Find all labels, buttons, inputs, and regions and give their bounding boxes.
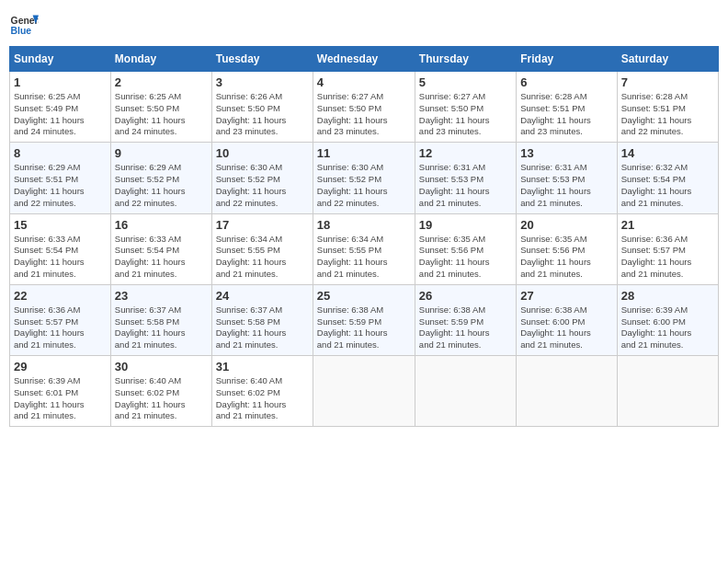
day-info: Sunrise: 6:39 AMSunset: 6:01 PMDaylight:… <box>14 375 107 422</box>
day-number: 2 <box>115 75 208 89</box>
day-number: 13 <box>520 146 612 160</box>
day-number: 14 <box>621 146 714 160</box>
day-info: Sunrise: 6:33 AMSunset: 5:54 PMDaylight:… <box>14 234 107 281</box>
day-number: 21 <box>621 218 714 232</box>
calendar-table: Sunday Monday Tuesday Wednesday Thursday… <box>9 46 719 427</box>
day-number: 11 <box>317 146 411 160</box>
day-info: Sunrise: 6:29 AMSunset: 5:51 PMDaylight:… <box>14 162 107 209</box>
day-number: 20 <box>520 218 612 232</box>
table-row: 24 Sunrise: 6:37 AMSunset: 5:58 PMDaylig… <box>211 284 313 355</box>
table-row: 10 Sunrise: 6:30 AMSunset: 5:52 PMDaylig… <box>211 143 313 213</box>
day-number: 12 <box>419 146 512 160</box>
table-row: 9 Sunrise: 6:29 AMSunset: 5:52 PMDayligh… <box>110 143 211 213</box>
day-info: Sunrise: 6:35 AMSunset: 5:56 PMDaylight:… <box>419 234 512 281</box>
table-row: 8 Sunrise: 6:29 AMSunset: 5:51 PMDayligh… <box>10 143 111 213</box>
table-row: 15 Sunrise: 6:33 AMSunset: 5:54 PMDaylig… <box>10 213 111 284</box>
day-info: Sunrise: 6:30 AMSunset: 5:52 PMDaylight:… <box>317 162 411 209</box>
day-info: Sunrise: 6:36 AMSunset: 5:57 PMDaylight:… <box>621 234 714 281</box>
table-row: 1 Sunrise: 6:25 AMSunset: 5:49 PMDayligh… <box>10 72 111 143</box>
day-info: Sunrise: 6:37 AMSunset: 5:58 PMDaylight:… <box>216 304 309 351</box>
table-row: 22 Sunrise: 6:36 AMSunset: 5:57 PMDaylig… <box>10 284 111 355</box>
day-number: 3 <box>216 75 309 89</box>
table-row: 25 Sunrise: 6:38 AMSunset: 5:59 PMDaylig… <box>313 284 415 355</box>
day-number: 8 <box>14 146 107 160</box>
table-row <box>313 356 415 427</box>
day-number: 26 <box>419 289 512 303</box>
table-row: 29 Sunrise: 6:39 AMSunset: 6:01 PMDaylig… <box>10 356 111 427</box>
day-number: 1 <box>14 75 107 89</box>
table-row: 16 Sunrise: 6:33 AMSunset: 5:54 PMDaylig… <box>110 213 211 284</box>
header-tuesday: Tuesday <box>211 47 313 72</box>
table-row <box>517 356 617 427</box>
table-row: 26 Sunrise: 6:38 AMSunset: 5:59 PMDaylig… <box>415 284 516 355</box>
day-number: 16 <box>115 218 208 232</box>
table-row: 14 Sunrise: 6:32 AMSunset: 5:54 PMDaylig… <box>617 143 718 213</box>
table-row: 7 Sunrise: 6:28 AMSunset: 5:51 PMDayligh… <box>617 72 718 143</box>
day-number: 5 <box>419 75 512 89</box>
day-number: 31 <box>216 360 309 373</box>
day-number: 25 <box>317 289 411 303</box>
day-info: Sunrise: 6:34 AMSunset: 5:55 PMDaylight:… <box>216 234 309 281</box>
table-row <box>415 356 516 427</box>
day-info: Sunrise: 6:38 AMSunset: 5:59 PMDaylight:… <box>419 304 512 351</box>
table-row: 28 Sunrise: 6:39 AMSunset: 6:00 PMDaylig… <box>617 284 718 355</box>
day-number: 18 <box>317 218 411 232</box>
page-header: General Blue <box>9 9 719 39</box>
day-info: Sunrise: 6:29 AMSunset: 5:52 PMDaylight:… <box>115 162 208 209</box>
day-info: Sunrise: 6:32 AMSunset: 5:54 PMDaylight:… <box>621 162 714 209</box>
day-number: 17 <box>216 218 309 232</box>
table-row: 19 Sunrise: 6:35 AMSunset: 5:56 PMDaylig… <box>415 213 516 284</box>
table-row: 30 Sunrise: 6:40 AMSunset: 6:02 PMDaylig… <box>110 356 211 427</box>
table-row: 11 Sunrise: 6:30 AMSunset: 5:52 PMDaylig… <box>313 143 415 213</box>
header-wednesday: Wednesday <box>313 47 415 72</box>
day-number: 9 <box>115 146 208 160</box>
table-row <box>617 356 718 427</box>
day-info: Sunrise: 6:25 AMSunset: 5:49 PMDaylight:… <box>14 91 107 138</box>
day-info: Sunrise: 6:31 AMSunset: 5:53 PMDaylight:… <box>419 162 512 209</box>
day-info: Sunrise: 6:40 AMSunset: 6:02 PMDaylight:… <box>216 375 309 422</box>
day-info: Sunrise: 6:26 AMSunset: 5:50 PMDaylight:… <box>216 91 309 138</box>
header-monday: Monday <box>110 47 211 72</box>
table-row: 5 Sunrise: 6:27 AMSunset: 5:50 PMDayligh… <box>415 72 516 143</box>
day-number: 10 <box>216 146 309 160</box>
day-number: 19 <box>419 218 512 232</box>
day-info: Sunrise: 6:35 AMSunset: 5:56 PMDaylight:… <box>520 234 612 281</box>
header-friday: Friday <box>517 47 617 72</box>
day-number: 7 <box>621 75 714 89</box>
table-row: 21 Sunrise: 6:36 AMSunset: 5:57 PMDaylig… <box>617 213 718 284</box>
day-info: Sunrise: 6:31 AMSunset: 5:53 PMDaylight:… <box>520 162 612 209</box>
day-number: 4 <box>317 75 411 89</box>
day-number: 27 <box>520 289 612 303</box>
header-sunday: Sunday <box>10 47 111 72</box>
table-row: 4 Sunrise: 6:27 AMSunset: 5:50 PMDayligh… <box>313 72 415 143</box>
svg-text:Blue: Blue <box>11 26 32 36</box>
day-info: Sunrise: 6:38 AMSunset: 6:00 PMDaylight:… <box>520 304 612 351</box>
day-number: 6 <box>520 75 612 89</box>
day-number: 28 <box>621 289 714 303</box>
day-info: Sunrise: 6:28 AMSunset: 5:51 PMDaylight:… <box>621 91 714 138</box>
day-info: Sunrise: 6:27 AMSunset: 5:50 PMDaylight:… <box>419 91 512 138</box>
table-row: 27 Sunrise: 6:38 AMSunset: 6:00 PMDaylig… <box>517 284 617 355</box>
day-info: Sunrise: 6:27 AMSunset: 5:50 PMDaylight:… <box>317 91 411 138</box>
day-info: Sunrise: 6:38 AMSunset: 5:59 PMDaylight:… <box>317 304 411 351</box>
table-row: 31 Sunrise: 6:40 AMSunset: 6:02 PMDaylig… <box>211 356 313 427</box>
day-info: Sunrise: 6:30 AMSunset: 5:52 PMDaylight:… <box>216 162 309 209</box>
day-info: Sunrise: 6:37 AMSunset: 5:58 PMDaylight:… <box>115 304 208 351</box>
logo-icon: General Blue <box>9 9 39 39</box>
day-info: Sunrise: 6:36 AMSunset: 5:57 PMDaylight:… <box>14 304 107 351</box>
table-row: 2 Sunrise: 6:25 AMSunset: 5:50 PMDayligh… <box>110 72 211 143</box>
table-row: 23 Sunrise: 6:37 AMSunset: 5:58 PMDaylig… <box>110 284 211 355</box>
day-number: 23 <box>115 289 208 303</box>
table-row: 20 Sunrise: 6:35 AMSunset: 5:56 PMDaylig… <box>517 213 617 284</box>
day-number: 29 <box>14 360 107 373</box>
table-row: 12 Sunrise: 6:31 AMSunset: 5:53 PMDaylig… <box>415 143 516 213</box>
table-row: 17 Sunrise: 6:34 AMSunset: 5:55 PMDaylig… <box>211 213 313 284</box>
table-row: 18 Sunrise: 6:34 AMSunset: 5:55 PMDaylig… <box>313 213 415 284</box>
day-number: 24 <box>216 289 309 303</box>
day-number: 30 <box>115 360 208 373</box>
header-thursday: Thursday <box>415 47 516 72</box>
day-info: Sunrise: 6:40 AMSunset: 6:02 PMDaylight:… <box>115 375 208 422</box>
day-info: Sunrise: 6:39 AMSunset: 6:00 PMDaylight:… <box>621 304 714 351</box>
day-number: 15 <box>14 218 107 232</box>
table-row: 13 Sunrise: 6:31 AMSunset: 5:53 PMDaylig… <box>517 143 617 213</box>
